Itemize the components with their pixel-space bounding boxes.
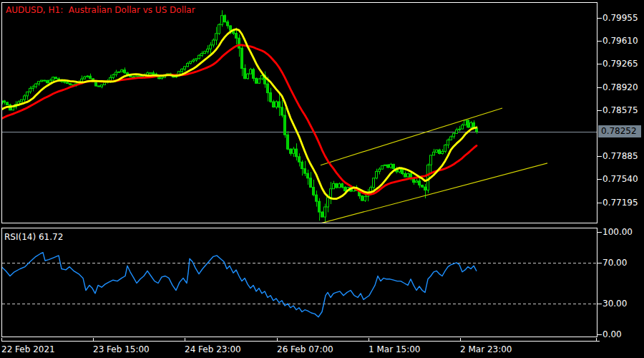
chart-window: AUDUSD, H1: Australian Dollar vs US Doll… <box>0 0 644 358</box>
rsi-tick-label: 0.00 <box>602 329 622 340</box>
rsi-tick-label: 70.00 <box>602 257 627 268</box>
time-tick-label: 26 Feb 07:00 <box>277 344 333 355</box>
rsi-indicator-label: RSI(14) 61.72 <box>4 231 63 243</box>
price-tick-label: 0.78920 <box>602 82 638 93</box>
time-tick-label: 2 Mar 23:00 <box>460 344 512 355</box>
price-tick-label: 0.79610 <box>602 35 638 47</box>
rsi-tick-label: 30.00 <box>602 298 627 309</box>
chart-canvas <box>0 0 644 358</box>
price-tick-label: 0.78575 <box>602 105 638 116</box>
time-tick-label: 22 Feb 2021 <box>1 344 55 355</box>
price-tick-label: 0.79955 <box>602 12 638 24</box>
price-tick-label: 0.79265 <box>602 58 638 69</box>
price-tick-label: 0.77885 <box>602 150 638 162</box>
rsi-tick-label: 100.00 <box>602 226 633 238</box>
price-tick-label: 0.77540 <box>602 173 638 185</box>
chart-title: AUDUSD, H1: Australian Dollar vs US Doll… <box>6 4 195 16</box>
time-tick-label: 1 Mar 15:00 <box>369 344 421 355</box>
time-tick-label: 23 Feb 15:00 <box>93 344 150 355</box>
time-tick-label: 24 Feb 23:00 <box>185 344 241 355</box>
price-tick-label: 0.77195 <box>602 197 638 208</box>
current-price-badge: 0.78252 <box>598 125 641 137</box>
